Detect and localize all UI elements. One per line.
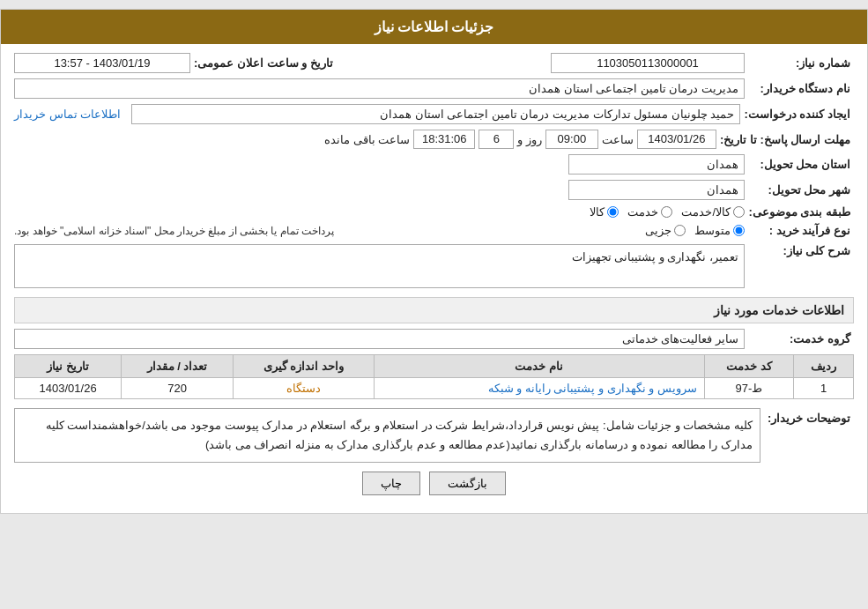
contact-link[interactable]: اطلاعات تماس خریدار: [14, 108, 121, 121]
buyer-notes-value: کلیه مشخصات و جزئیات شامل: پیش نویس قرار…: [14, 408, 760, 463]
buyer-value: مدیریت درمان تامین اجتماعی استان همدان: [14, 78, 745, 99]
purchase-type-label-jozii: جزیی: [645, 224, 671, 237]
need-desc-label: شرح کلی نیاز:: [748, 244, 854, 257]
purchase-type-option-motavasset[interactable]: متوسط: [694, 224, 745, 237]
buttons-row: بازگشت چاپ: [14, 472, 854, 495]
deadline-time: 09:00: [545, 130, 598, 149]
deadline-remaining: 18:31:06: [413, 130, 475, 149]
datetime-label: تاریخ و ساعت اعلان عمومی:: [194, 56, 337, 70]
deadline-days: 6: [479, 130, 514, 149]
category-radio-group: کالا/خدمت خدمت کالا: [14, 205, 745, 219]
need-desc-value: تعمیر، نگهداری و پشتیبانی تجهیزات: [14, 244, 745, 288]
service-group-label: گروه خدمت:: [748, 332, 854, 345]
buyer-label: نام دستگاه خریدار:: [748, 82, 854, 95]
need-number-value: 1103050113000001: [551, 53, 745, 73]
creator-label: ایجاد کننده درخواست:: [744, 108, 854, 121]
col-unit: واحد اندازه گیری: [233, 355, 374, 378]
deadline-day-label: روز و: [517, 133, 542, 146]
category-label: طبقه بندی موضوعی:: [748, 205, 854, 219]
category-label-kala-khedmat: کالا/خدمت: [681, 205, 731, 219]
cell-index: 1: [794, 378, 854, 399]
category-label-khedmat: خدمت: [627, 205, 658, 219]
purchase-type-label-motavasset: متوسط: [694, 224, 731, 237]
category-radio-kala-khedmat[interactable]: [733, 206, 745, 218]
col-code: کد خدمت: [704, 355, 793, 378]
category-radio-khedmat[interactable]: [661, 206, 672, 218]
cell-unit[interactable]: دستگاه: [233, 378, 374, 399]
purchase-note: پرداخت تمام یا بخشی از مبلغ خریدار محل "…: [14, 225, 334, 237]
back-button[interactable]: بازگشت: [429, 472, 506, 495]
need-number-label: شماره نیاز:: [748, 56, 854, 70]
creator-value: حمید چلونیان مسئول تداركات مديريت درمان …: [131, 104, 740, 124]
purchase-type-radio-motavasset[interactable]: [733, 225, 745, 236]
purchase-type-option-jozii[interactable]: جزیی: [645, 224, 686, 237]
province-label: استان محل تحویل:: [748, 158, 854, 171]
service-group-value: سایر فعالیت‌های خدماتی: [14, 329, 745, 349]
col-date: تاریخ نیاز: [15, 355, 122, 378]
deadline-date: 1403/01/26: [637, 130, 716, 149]
services-section-header: اطلاعات خدمات مورد نیاز: [14, 297, 854, 323]
col-qty: تعداد / مقدار: [122, 355, 234, 378]
city-value: همدان: [568, 180, 745, 200]
category-option-kala-khedmat[interactable]: کالا/خدمت: [681, 205, 745, 219]
cell-qty: 720: [122, 378, 234, 399]
category-option-khedmat[interactable]: خدمت: [627, 205, 672, 219]
deadline-remaining-label: ساعت باقی مانده: [324, 133, 410, 146]
page-title: جزئیات اطلاعات نیاز: [1, 10, 867, 44]
datetime-value: 1403/01/19 - 13:57: [14, 53, 190, 73]
deadline-time-label: ساعت: [602, 133, 634, 146]
deadline-label: مهلت ارسال پاسخ: تا تاریخ:: [720, 133, 854, 146]
cell-code: ط-97: [704, 378, 793, 399]
city-label: شهر محل تحویل:: [748, 183, 854, 197]
purchase-type-radio-group: متوسط جزیی: [346, 224, 745, 237]
cell-name: سرویس و نگهداری و پشتیبانی رایانه و شبکه: [374, 378, 704, 399]
print-button[interactable]: چاپ: [362, 472, 420, 495]
table-row: 1 ط-97 سرویس و نگهداری و پشتیبانی رایانه…: [15, 378, 854, 399]
category-label-kala: کالا: [590, 205, 605, 219]
category-option-kala[interactable]: کالا: [590, 205, 619, 219]
services-table: ردیف کد خدمت نام خدمت واحد اندازه گیری ت…: [14, 354, 854, 399]
purchase-type-radio-jozii[interactable]: [674, 225, 686, 236]
buyer-notes-label: توضیحات خریدار:: [766, 408, 854, 425]
cell-date: 1403/01/26: [15, 378, 122, 399]
province-value: همدان: [568, 154, 745, 175]
category-radio-kala[interactable]: [607, 206, 619, 218]
col-name: نام خدمت: [374, 355, 704, 378]
col-index: ردیف: [794, 355, 854, 378]
purchase-type-label: نوع فرآیند خرید :: [748, 224, 854, 237]
